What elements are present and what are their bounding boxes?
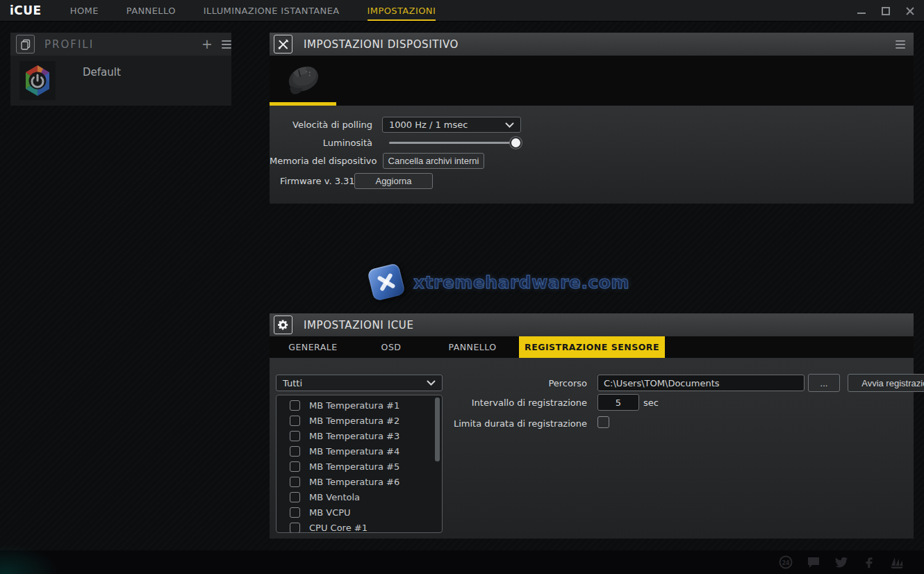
profile-avatar	[19, 61, 56, 100]
sensor-label: MB VCPU	[309, 507, 351, 518]
sensor-label: MB Temperatura #6	[309, 477, 399, 487]
device-settings-title: IMPOSTAZIONI DISPOSITIVO	[304, 38, 459, 51]
sensor-checkbox[interactable]	[290, 446, 300, 457]
limit-duration-label: Limita durata di registrazione	[379, 418, 587, 429]
nav-item-home[interactable]: HOME	[70, 0, 99, 21]
nav-item-impostazioni[interactable]: IMPOSTAZIONI	[368, 0, 436, 21]
mouse-device-icon	[280, 60, 326, 99]
sensor-label: MB Temperatura #5	[309, 461, 399, 472]
sensor-checkbox[interactable]	[290, 507, 300, 518]
twitter-icon[interactable]	[833, 555, 849, 571]
interval-unit-label: sec	[643, 397, 671, 408]
profile-name: Default	[83, 66, 121, 106]
sensor-checkbox[interactable]	[290, 461, 300, 472]
brightness-label: Luminosità	[270, 138, 372, 148]
forum-chat-icon[interactable]	[805, 555, 821, 571]
profiles-sidebar: PROFILI +	[10, 33, 231, 106]
device-panel-menu-icon[interactable]	[896, 38, 905, 51]
sensor-label: MB Ventola	[309, 492, 360, 502]
icue-app-window: iCUE HOME PANNELLO ILLUMINAZIONE ISTANTA…	[0, 0, 924, 574]
sensor-label: MB Temperatura #4	[309, 446, 399, 457]
limit-duration-checkbox[interactable]	[597, 416, 609, 428]
sensor-checkbox[interactable]	[290, 431, 300, 441]
sensor-checkbox[interactable]	[290, 416, 300, 426]
device-tab-strip	[270, 56, 914, 106]
firmware-update-button[interactable]: Aggiorna	[354, 173, 433, 189]
brightness-slider-thumb[interactable]	[510, 137, 522, 149]
sensor-list-item[interactable]: MB Temperatura #3	[277, 428, 442, 443]
logging-interval-input[interactable]	[597, 394, 639, 411]
icue-tab-strip: GENERALE OSD PANNELLO REGISTRAZIONE SENS…	[270, 336, 914, 358]
sensor-checkbox[interactable]	[290, 477, 300, 487]
device-memory-label: Memoria del dispositivo	[270, 156, 372, 166]
sensor-filter-value: Tutti	[283, 378, 302, 388]
profiles-header: PROFILI +	[10, 33, 231, 56]
path-label: Percorso	[448, 378, 587, 388]
sensor-rows: MB Temperatura #1 MB Temperatura #2 MB T…	[277, 395, 442, 533]
add-profile-icon[interactable]: +	[201, 38, 213, 51]
support-24h-icon[interactable]: 24	[777, 555, 793, 571]
watermark-text: xtremehardware.com	[413, 272, 629, 293]
minimize-icon[interactable]	[857, 7, 866, 15]
icue-settings-header: IMPOSTAZIONI ICUE	[270, 313, 914, 336]
sensor-list-item[interactable]: MB Ventola	[277, 489, 442, 505]
sensor-filter-select[interactable]: Tutti	[276, 375, 443, 391]
tab-registrazione-sensore[interactable]: REGISTRAZIONE SENSORE	[519, 336, 665, 358]
profiles-icon	[16, 35, 35, 54]
nav-item-illuminazione-istantanea[interactable]: ILLUMINAZIONE ISTANTANEA	[204, 0, 340, 21]
bottom-bar: 24	[0, 550, 924, 574]
chevron-down-icon	[505, 122, 514, 128]
sensor-checkbox[interactable]	[290, 492, 300, 502]
maximize-icon[interactable]	[882, 7, 890, 15]
top-navigation-bar: iCUE HOME PANNELLO ILLUMINAZIONE ISTANTA…	[0, 0, 924, 22]
crossed-tools-icon	[274, 35, 292, 54]
nav-item-pannello[interactable]: PANNELLO	[126, 0, 176, 21]
corsair-logo-icon[interactable]	[889, 555, 905, 571]
gear-icon	[274, 315, 292, 334]
clear-internal-storage-button[interactable]: Cancella archivi interni	[383, 153, 484, 169]
sensor-label: CPU Core #1	[309, 523, 368, 533]
sensor-list-item[interactable]: MB Temperatura #4	[277, 443, 442, 459]
device-tab-mouse[interactable]	[270, 56, 336, 106]
polling-rate-value: 1000 Hz / 1 msec	[389, 120, 468, 130]
icue-settings-panel: IMPOSTAZIONI ICUE GENERALE OSD PANNELLO …	[270, 313, 914, 539]
sensor-list: MB Temperatura #1 MB Temperatura #2 MB T…	[276, 395, 443, 533]
svg-text:24: 24	[782, 560, 790, 566]
sensor-list-item[interactable]: MB Temperatura #6	[277, 474, 442, 489]
device-settings-body: Velocità di polling 1000 Hz / 1 msec Lum…	[270, 106, 914, 204]
app-logo: iCUE	[10, 3, 42, 17]
logging-interval-label: Intervallo di registrazione	[379, 397, 587, 408]
browse-path-button[interactable]: ...	[808, 374, 840, 392]
polling-rate-label: Velocità di polling	[270, 120, 372, 130]
log-path-input[interactable]	[597, 375, 805, 391]
polling-rate-select[interactable]: 1000 Hz / 1 msec	[382, 117, 521, 133]
firmware-version-label: Firmware v. 3.31	[280, 176, 355, 186]
profile-item-default[interactable]: Default	[10, 56, 231, 106]
chevron-down-icon	[427, 380, 436, 386]
profiles-menu-icon[interactable]	[222, 38, 231, 51]
tab-pannello[interactable]: PANNELLO	[426, 336, 519, 358]
sensor-checkbox[interactable]	[290, 400, 300, 411]
icue-hexagon-logo-icon	[22, 64, 53, 97]
close-icon[interactable]	[906, 7, 914, 15]
sensor-label: MB Temperatura #3	[309, 431, 399, 441]
profiles-title: PROFILI	[44, 38, 94, 51]
sensor-logging-body: Tutti MB Temperatura #1 MB Temper	[270, 358, 914, 539]
sensor-list-item[interactable]: CPU Core #1	[277, 520, 442, 533]
facebook-icon[interactable]	[861, 555, 877, 571]
sensor-list-item[interactable]: MB Temperatura #5	[277, 459, 442, 474]
device-settings-header: IMPOSTAZIONI DISPOSITIVO	[270, 33, 914, 56]
window-controls	[857, 0, 914, 22]
icue-settings-title: IMPOSTAZIONI ICUE	[304, 319, 413, 331]
sensor-list-item[interactable]: MB VCPU	[277, 505, 442, 520]
xtremehardware-logo-icon	[367, 263, 406, 302]
brightness-slider-track[interactable]	[389, 142, 521, 144]
start-logging-button[interactable]: Avvia registrazione	[848, 374, 924, 392]
tab-osd[interactable]: OSD	[356, 336, 426, 358]
tab-generale[interactable]: GENERALE	[270, 336, 356, 358]
sensor-checkbox[interactable]	[290, 523, 300, 533]
device-settings-panel: IMPOSTAZIONI DISPOSITIVO	[270, 33, 914, 204]
watermark: xtremehardware.com	[370, 266, 629, 298]
